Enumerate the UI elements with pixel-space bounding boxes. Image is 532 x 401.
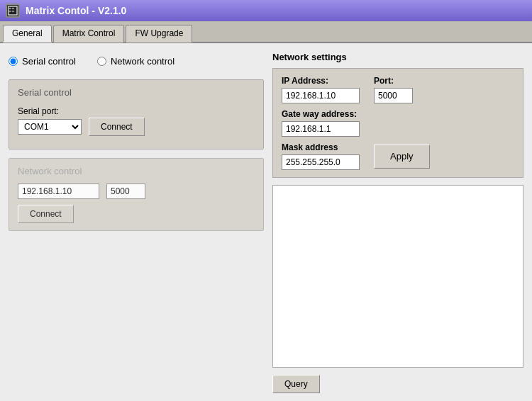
port-field: Port:	[374, 76, 413, 103]
serial-port-select[interactable]: COM1 COM2 COM3 COM4	[18, 119, 82, 135]
radio-group: Serial control Network control	[9, 52, 264, 71]
app-title: Matrix Contol - V2.1.0	[26, 5, 126, 16]
serial-radio-label: Serial control	[22, 56, 76, 67]
mask-label: Mask address	[282, 142, 360, 152]
query-button[interactable]: Query	[272, 375, 320, 393]
apply-button[interactable]: Apply	[374, 145, 430, 169]
port-input[interactable]	[374, 88, 413, 103]
tab-fw-upgrade[interactable]: FW Upgrade	[126, 25, 192, 43]
network-ctrl-row	[18, 183, 255, 199]
output-box	[272, 185, 523, 368]
serial-radio-input[interactable]	[9, 57, 18, 66]
tab-matrix-control[interactable]: Matrix Control	[53, 25, 125, 43]
ip-input[interactable]	[282, 88, 360, 103]
serial-connect-button[interactable]: Connect	[89, 118, 145, 136]
serial-port-field: Serial port: COM1 COM2 COM3 COM4	[18, 106, 82, 135]
ip-label: IP Address:	[282, 76, 360, 86]
serial-panel-title: Serial control	[18, 87, 255, 98]
title-bar: Matrix Contol - V2.1.0	[0, 0, 532, 21]
gateway-field: Gate way address:	[282, 109, 360, 137]
app-icon	[6, 4, 20, 18]
query-row: Query	[272, 375, 523, 393]
main-content: Serial control Network control Serial co…	[0, 43, 532, 401]
svg-rect-3	[9, 11, 11, 12]
ip-port-row: IP Address: Port:	[282, 76, 514, 103]
network-radio-label: Network control	[111, 56, 174, 67]
serial-control-panel: Serial control Serial port: COM1 COM2 CO…	[9, 79, 264, 149]
gateway-label: Gate way address:	[282, 109, 360, 119]
left-panel: Serial control Network control Serial co…	[9, 52, 264, 393]
network-radio-input[interactable]	[97, 57, 106, 66]
gateway-input[interactable]	[282, 121, 360, 137]
network-connect-button[interactable]: Connect	[18, 205, 74, 223]
network-control-panel: Network control Connect	[9, 158, 264, 231]
network-settings-title: Network settings	[272, 52, 523, 62]
serial-port-row: Serial port: COM1 COM2 COM3 COM4 Connect	[18, 105, 255, 136]
gateway-row: Gate way address:	[282, 109, 514, 137]
port-label: Port:	[374, 76, 413, 86]
svg-rect-1	[9, 8, 11, 9]
network-control-radio[interactable]: Network control	[97, 56, 174, 67]
mask-field: Mask address	[282, 142, 360, 170]
tab-bar: General Matrix Control FW Upgrade	[0, 21, 532, 43]
ip-field: IP Address:	[282, 76, 360, 103]
tab-general[interactable]: General	[3, 25, 52, 43]
serial-port-label: Serial port:	[18, 106, 82, 116]
mask-input[interactable]	[282, 154, 360, 170]
mask-apply-row: Mask address Apply	[282, 142, 514, 170]
svg-rect-2	[12, 8, 14, 9]
right-panel: Network settings IP Address: Port: Gate …	[272, 52, 523, 393]
network-port-input[interactable]	[106, 183, 145, 199]
network-ip-input[interactable]	[18, 183, 99, 199]
network-settings-box: IP Address: Port: Gate way address: Mas	[272, 68, 523, 178]
serial-control-radio[interactable]: Serial control	[9, 56, 76, 67]
network-panel-title: Network control	[18, 166, 255, 176]
svg-rect-4	[12, 11, 14, 12]
